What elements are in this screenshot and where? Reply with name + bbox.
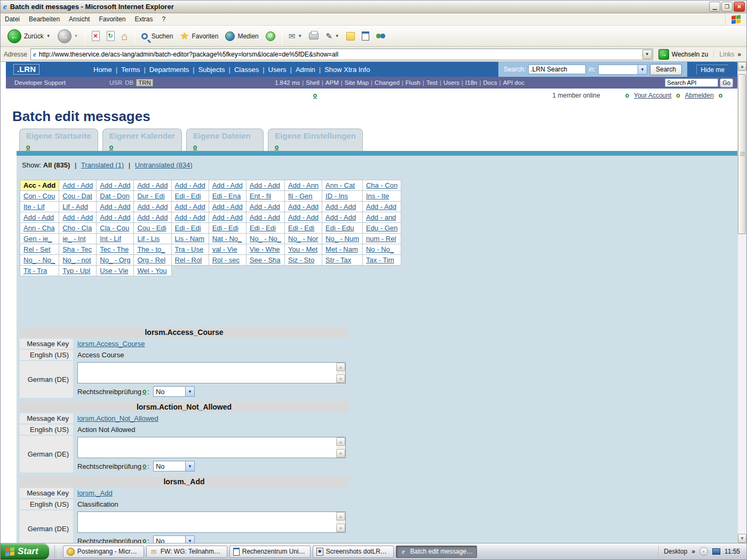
grid-range-link[interactable]: The - to_ [137,245,165,253]
grid-range-link[interactable]: Nat - No_ [212,235,242,243]
scrollbar-thumb[interactable] [738,74,746,234]
start-button[interactable]: Start [1,543,49,559]
lrn-search-button[interactable]: Search [650,64,682,75]
back-dropdown-icon[interactable]: ▼ [46,34,51,38]
grid-range-link[interactable]: No_ - Num [325,235,359,243]
grid-range-link[interactable]: Add - Add [325,213,356,221]
grid-range-link[interactable]: Sha - Tec [62,245,92,253]
grid-range-link[interactable]: Edi - Edi [250,224,276,232]
nav-item-show-xtra-info[interactable]: Show Xtra Info [322,66,372,74]
devbar-link-api-doc[interactable]: API doc [503,79,525,86]
grid-range-link[interactable]: fil - Gen [288,192,313,200]
account-marker[interactable]: o [625,92,629,99]
edit-button[interactable]: ✎ ▼ [323,31,342,41]
taskbar-button-screenshots-dotlrn[interactable]: ✱Screenshots dotLRN.... [313,546,394,558]
mail-button[interactable]: ✉ ▼ [286,31,305,41]
taskbar-button-batch-edit-messages[interactable]: eBatch edit messages ... [396,546,477,558]
grid-range-link[interactable]: Rol - sec [212,256,240,264]
devbar-link-flush[interactable]: Flush [406,79,420,86]
grid-range-link[interactable]: Edi - Edi [175,224,201,232]
back-button[interactable]: ← Zurück ▼ [5,28,53,44]
grid-range-link[interactable]: ie_ - Int [62,235,85,243]
api-go-button[interactable]: Go [720,78,733,87]
select-dropdown-icon[interactable]: ▼ [185,387,194,396]
refresh-button[interactable]: ↻ [104,30,117,42]
grid-range-link[interactable]: Add - Add [100,181,130,189]
grid-range-link[interactable]: Add - Add [366,203,396,211]
grid-range-link[interactable]: Ite - Lif [23,203,45,211]
end-marker[interactable]: o [719,92,722,99]
filter-untranslated-link[interactable]: Untranslated (834) [135,161,193,169]
textarea-scroll-down-icon[interactable]: ▼ [336,374,345,383]
grid-range-link[interactable]: Add - Ann [288,181,319,189]
messenger-button[interactable] [374,31,388,42]
german-translation-textarea[interactable] [78,512,336,532]
grid-range-link[interactable]: Add - Add [100,213,130,221]
tab-marker-link[interactable]: o [109,143,113,151]
grid-range-link[interactable]: Gen - ie_ [23,235,52,243]
grid-range-link[interactable]: Siz - Sto [288,256,314,264]
grid-range-link[interactable]: Dur - Edi [137,192,164,200]
close-button[interactable]: ✕ [734,2,745,12]
devbar-link-docs[interactable]: Docs [483,79,497,86]
grid-range-link[interactable]: No_ - No_ [23,256,55,264]
hidden-icons-chevron-icon[interactable]: ‹ [700,547,708,556]
scrollbar-track[interactable] [738,71,746,534]
history-button[interactable]: ↺ [263,30,278,42]
grid-range-link[interactable]: Tra - Use [175,245,204,253]
grid-range-link[interactable]: Int - Lif [100,235,121,243]
menu-item-favoriten[interactable]: Favoriten [99,15,125,23]
print-button[interactable] [306,31,321,41]
grid-range-link[interactable]: Met - Nam [325,245,358,253]
center-marker-link[interactable]: o [313,92,317,99]
grid-range-link[interactable]: Rel - Rol [175,256,202,264]
discuss-button[interactable] [344,31,357,42]
edit-dropdown-icon[interactable]: ▼ [335,34,339,38]
address-dropdown-icon[interactable]: ▼ [642,50,652,59]
api-search-input[interactable] [665,78,718,87]
logout-link[interactable]: Abmelden [685,92,714,99]
links-toolbar[interactable]: Links » [713,51,743,58]
grid-range-link[interactable]: Str - Tax [325,256,351,264]
grid-range-link[interactable]: Add - and [366,213,396,221]
grid-range-link[interactable]: Edi - Edu [325,224,354,232]
grid-range-link[interactable]: Ann - Cha [23,224,55,232]
grid-range-link[interactable]: val - Vie [212,245,237,253]
spellcheck-help-marker[interactable]: o [142,388,146,395]
stop-button[interactable]: ✕ [89,30,102,42]
grid-range-link[interactable]: No_ - Nor [288,235,318,243]
tab-marker-link[interactable]: o [193,143,197,151]
network-tray-icon[interactable] [712,548,720,555]
tab-eigener-kalender[interactable]: Eigener Kalendero [102,129,182,151]
grid-range-link[interactable]: Add - Add [175,203,205,211]
go-button[interactable]: → Wechseln zu [656,49,710,60]
nav-item-home[interactable]: Home [91,66,115,74]
nav-item-departments[interactable]: Departments [147,66,192,74]
grid-range-link[interactable]: ID - Ins [325,192,348,200]
forward-button[interactable]: → ▼ [55,28,81,44]
grid-range-link[interactable]: Add - Add [212,213,243,221]
nav-item-admin[interactable]: Admin [293,66,318,74]
grid-range-link[interactable]: Lis - Nam [175,235,205,243]
devbar-link-site-map[interactable]: Site Map [345,79,369,86]
favorites-button[interactable]: ★ Favoriten [177,30,221,42]
textarea-scroll-up-icon[interactable]: ▲ [336,363,345,371]
grid-range-link[interactable]: Edi - Edi [175,192,201,200]
grid-range-link[interactable]: Add - Add [100,203,130,211]
devbar-link-users[interactable]: Users [443,79,459,86]
scroll-up-icon[interactable]: ▲ [738,62,746,71]
minimize-button[interactable]: ▁ [709,2,720,12]
nav-item-users[interactable]: Users [266,66,289,74]
hide-me-link[interactable]: Hide me [687,62,737,77]
select-dropdown-icon[interactable]: ▼ [185,461,194,471]
grid-range-link[interactable]: Tit - Tra [23,267,47,275]
grid-range-link[interactable]: Dat - Don [100,192,130,200]
grid-range-link[interactable]: Tec - The [100,245,129,253]
grid-range-link[interactable]: No - No_ [366,245,394,253]
menu-item-extras[interactable]: Extras [134,15,153,23]
grid-range-link[interactable]: Edi - Edi [212,224,239,232]
devbar-badge-usr[interactable]: USR [109,79,122,86]
grid-range-link[interactable]: No_ - Org [100,256,130,264]
grid-range-link[interactable]: Add - Add [212,203,243,211]
vertical-scrollbar[interactable]: ▲ ▼ [737,62,746,543]
